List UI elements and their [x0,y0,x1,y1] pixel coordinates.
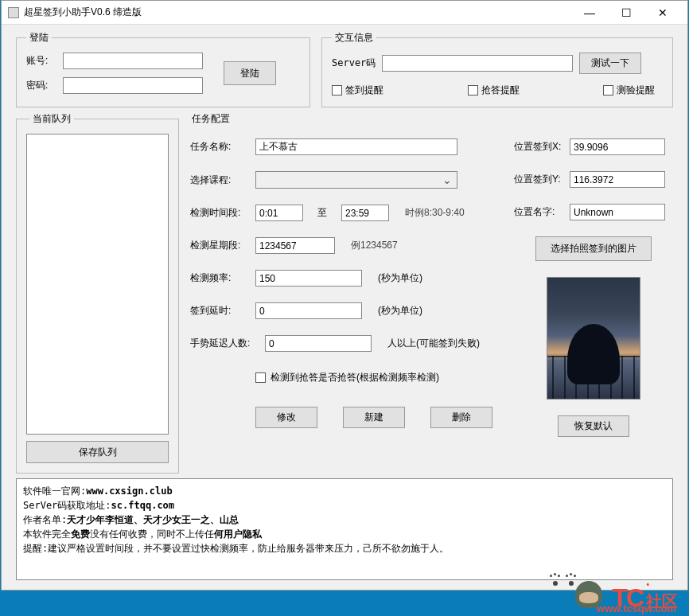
checkbox-answer-reminder[interactable]: 抢答提醒 [468,84,520,97]
account-input[interactable] [63,53,203,69]
window-title: 超星签到小助手V0.6 缔造版 [24,6,571,19]
mid-row: 当前队列 保存队列 任务配置 任务名称: 选择课程: [16,112,673,474]
checkbox-label: 签到提醒 [345,84,383,97]
freq-label: 检测频率: [190,271,247,285]
checkbox-signin-reminder[interactable]: 签到提醒 [332,84,383,97]
photo-preview [547,277,640,400]
delete-button[interactable]: 删除 [430,407,492,428]
pos-x-label: 位置签到X: [514,140,562,154]
task-left: 任务名称: 选择课程: 检测时间段: 至 时例8:30-9:40 [190,138,498,428]
time-example: 时例8:30-9:40 [405,206,465,220]
choose-photo-button[interactable]: 选择拍照签到的图片 [535,236,652,261]
checkbox-icon [468,85,478,96]
interact-legend: 交互信息 [332,31,376,45]
info-line1-url: www.cxsign.club [86,485,172,497]
task-name-label: 任务名称: [190,140,247,154]
task-name-input[interactable] [255,138,457,155]
info-line4c: 没有任何收费，同时不上传任 [90,528,214,540]
course-select[interactable] [255,171,457,189]
weekday-input[interactable] [255,237,335,254]
restore-default-button[interactable]: 恢复默认 [558,415,629,437]
login-button[interactable]: 登陆 [224,61,276,85]
pos-x-input[interactable] [570,138,665,155]
app-window: 超星签到小助手V0.6 缔造版 — ☐ ✕ 登陆 账号: 密码: [1,0,688,591]
info-line4a: 本软件完全 [23,528,71,540]
checkbox-label: 测验提醒 [617,84,655,97]
checkbox-icon [332,85,342,96]
time-to: 至 [317,206,327,220]
pos-name-label: 位置名字: [514,205,562,219]
save-queue-button[interactable]: 保存队列 [26,441,169,463]
info-line4d: 何用户隐私 [214,528,262,540]
info-line5: 提醒:建议严格设置时间段，并不要设置过快检测频率，防止给服务器带来压力，己所不欲… [23,541,666,556]
pos-y-label: 位置签到Y: [514,173,562,186]
weekday-example: 例1234567 [351,239,398,252]
info-line3-prefix: 作者名单: [23,514,67,525]
queue-group: 当前队列 保存队列 [16,112,179,474]
weekday-label: 检测星期段: [190,239,247,252]
info-line2-url: sc.ftqq.com [111,500,174,511]
info-line1-prefix: 软件唯一官网: [23,485,86,497]
freq-unit: (秒为单位) [378,271,422,285]
info-line2-prefix: SerVer码获取地址: [23,500,111,511]
task-legend: 任务配置 [190,112,673,126]
task-right: 位置签到X: 位置签到Y: 位置名字: 选择拍照签到的图片 [514,138,673,437]
close-button[interactable]: ✕ [644,1,681,25]
checkbox-auto-answer[interactable]: 检测到抢答是否抢答(根据检测频率检测) [255,371,498,384]
app-icon [8,7,19,18]
delay-unit: (秒为单位) [378,304,422,318]
password-input[interactable] [63,77,203,94]
interact-group: 交互信息 Server码 测试一下 签到提醒 抢答提醒 [321,31,673,107]
server-input[interactable] [382,55,573,72]
info-line3-names: 天才少年李恒道、天才少女王一之、山总 [67,514,239,525]
account-label: 账号: [26,54,55,68]
maximize-button[interactable]: ☐ [608,1,644,25]
test-button[interactable]: 测试一下 [579,53,641,74]
freq-input[interactable] [255,270,362,287]
top-row: 登陆 账号: 密码: 登陆 交互信 [16,31,673,107]
course-label: 选择课程: [190,173,247,187]
login-legend: 登陆 [26,31,52,45]
brand-url: www.tcsqw.com [597,602,676,614]
count-input[interactable] [265,335,372,352]
login-group: 登陆 账号: 密码: 登陆 [16,31,310,107]
auto-answer-label: 检测到抢答是否抢答(根据检测频率检测) [271,371,439,384]
titlebar: 超星签到小助手V0.6 缔造版 — ☐ ✕ [2,1,687,25]
checkbox-test-reminder[interactable]: 测验提醒 [603,84,655,97]
count-suffix: 人以上(可能签到失败) [387,337,480,350]
info-line4b: 免费 [71,528,90,540]
count-label: 手势延迟人数: [190,337,257,350]
info-panel: 软件唯一官网:www.cxsign.club SerVer码获取地址:sc.ft… [16,478,673,580]
queue-list[interactable] [26,134,169,435]
queue-legend: 当前队列 [29,112,74,126]
time-start-input[interactable] [255,205,303,221]
modify-button[interactable]: 修改 [255,407,317,428]
footer-branding: TC 社区 www.tcsqw.com [572,578,678,613]
minimize-button[interactable]: — [571,1,608,25]
window-controls: — ☐ ✕ [571,1,681,25]
delay-label: 签到延时: [190,304,247,318]
tc-logo: TC 社区 www.tcsqw.com [612,583,678,613]
body: 登陆 账号: 密码: 登陆 交互信 [2,25,687,590]
delay-input[interactable] [255,302,362,319]
task-group: 任务配置 任务名称: 选择课程: 检测时间段: [187,112,673,474]
checkbox-label: 抢答提醒 [481,84,520,97]
new-button[interactable]: 新建 [343,407,405,428]
checkbox-icon [255,372,266,383]
checkbox-icon [603,85,613,96]
pos-y-input[interactable] [570,171,665,188]
pos-name-input[interactable] [570,204,665,220]
server-label: Server码 [332,57,376,70]
time-end-input[interactable] [341,205,389,221]
time-label: 检测时间段: [190,206,247,220]
password-label: 密码: [26,79,55,92]
